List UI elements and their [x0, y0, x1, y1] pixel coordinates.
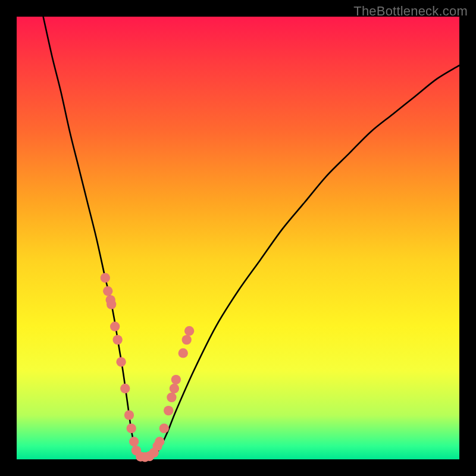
data-markers	[101, 273, 195, 462]
data-point	[170, 384, 179, 393]
data-point	[116, 357, 126, 367]
data-point	[167, 393, 176, 402]
data-point	[124, 410, 134, 419]
chart-frame: TheBottleneck.com	[0, 0, 476, 476]
data-point	[103, 286, 112, 296]
plot-area	[17, 17, 459, 459]
data-point	[129, 437, 139, 446]
data-point	[182, 335, 192, 345]
chart-svg	[17, 17, 459, 459]
data-point	[171, 375, 181, 384]
data-point	[107, 299, 116, 309]
data-point	[110, 322, 120, 331]
data-point	[112, 335, 122, 345]
data-point	[127, 424, 136, 433]
data-point	[101, 273, 110, 283]
data-point	[155, 437, 164, 446]
data-point	[178, 348, 188, 358]
data-point	[164, 406, 173, 415]
data-point	[184, 326, 194, 336]
data-point	[159, 424, 169, 433]
curve-line	[43, 17, 459, 458]
data-point	[120, 384, 130, 393]
